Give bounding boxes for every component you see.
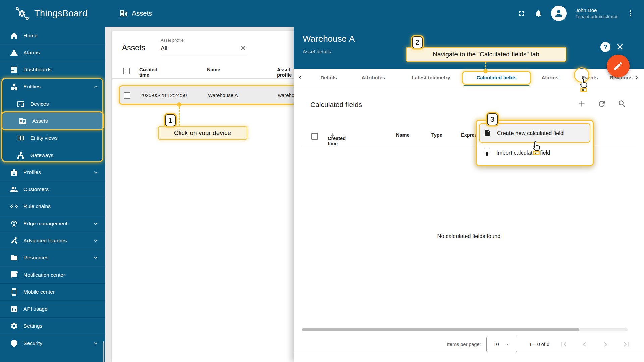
sidebar-item-customers[interactable]: Customers	[0, 181, 105, 198]
sidebar-item-dashboards[interactable]: Dashboards	[0, 61, 105, 78]
select-all-checkbox[interactable]	[123, 68, 130, 74]
sidebar: Home Alarms Dashboards Entities Devices …	[0, 27, 105, 362]
close-drawer-button[interactable]	[615, 42, 625, 52]
tabs-scroll-right-icon[interactable]	[633, 74, 640, 81]
sidebar-scrollbar[interactable]	[103, 341, 104, 362]
sidebar-item-alarms[interactable]: Alarms	[0, 44, 105, 61]
tab-attributes[interactable]: Attributes	[362, 69, 385, 86]
previous-page-icon[interactable]	[580, 340, 589, 349]
page-title: Assets	[132, 10, 152, 17]
horizontal-scrollbar[interactable]	[302, 328, 628, 331]
items-per-page-label: Items per page:	[447, 342, 481, 347]
asset-details-drawer: Warehouse A Asset details ? Details Attr…	[294, 27, 644, 362]
sidebar-item-devices[interactable]: Devices	[0, 95, 105, 112]
tab-calculated-fields[interactable]: Calculated fields	[476, 69, 516, 86]
kebab-menu-icon	[627, 9, 635, 17]
column-created-time[interactable]: Created time	[139, 67, 147, 72]
section-title: Calculated fields	[310, 101, 362, 109]
page-size-value: 10	[493, 342, 499, 347]
chevron-down-icon	[92, 254, 99, 261]
next-page-icon[interactable]	[601, 340, 610, 349]
clear-filter-button[interactable]	[239, 44, 247, 53]
column-created-time[interactable]: Created time	[328, 132, 335, 138]
paginator: Items per page: 10 1 – 0 of 0	[294, 335, 644, 353]
overflow-menu-button[interactable]	[627, 9, 635, 17]
sidebar-item-profiles[interactable]: Profiles	[0, 164, 105, 181]
cell-created-time: 2025-05-28 12:24:50	[140, 92, 187, 98]
plus-icon	[577, 99, 586, 108]
sidebar-item-notification-center[interactable]: Notification center	[0, 266, 105, 283]
chevron-down-icon	[92, 220, 99, 227]
sidebar-item-gateways[interactable]: Gateways	[0, 146, 105, 164]
chevron-up-icon	[92, 83, 99, 90]
tabs-scroll-left-icon[interactable]	[297, 74, 303, 81]
select-all-checkbox[interactable]	[311, 133, 318, 140]
last-page-icon[interactable]	[622, 340, 631, 349]
tutorial-connector-dot-1	[177, 102, 181, 107]
help-button[interactable]: ?	[600, 42, 610, 52]
asset-profile-filter-label: Asset profile	[161, 38, 247, 43]
top-app-bar: ThingsBoard Assets John Doe Tenant admin…	[0, 0, 644, 27]
add-calculated-field-menu: Create new calculated field Import calcu…	[476, 120, 594, 166]
hand-cursor-icon	[530, 139, 542, 155]
devices-icon	[17, 100, 25, 108]
notifications-button[interactable]	[534, 9, 542, 17]
lan-icon	[17, 151, 25, 159]
building-icon	[19, 117, 27, 125]
tutorial-step-2-badge: 2	[412, 36, 423, 48]
phone-icon	[10, 288, 18, 296]
sidebar-item-security[interactable]: Security	[0, 335, 105, 352]
home-icon	[10, 32, 18, 40]
tab-details[interactable]: Details	[320, 69, 337, 86]
tutorial-step-3-badge: 3	[487, 113, 498, 125]
close-icon	[615, 42, 625, 51]
tutorial-connector-dot-2	[483, 69, 488, 73]
search-button[interactable]	[618, 99, 627, 109]
asset-profile-filter-value[interactable]: All	[161, 45, 239, 52]
sidebar-item-home[interactable]: Home	[0, 27, 105, 44]
chart-icon	[10, 305, 18, 313]
sidebar-item-entities[interactable]: Entities	[0, 78, 105, 95]
chevron-down-icon	[92, 169, 99, 176]
add-calculated-field-button[interactable]	[577, 99, 586, 109]
sidebar-item-edge-management[interactable]: Edge management	[0, 215, 105, 232]
sidebar-item-advanced-features[interactable]: Advanced features	[0, 232, 105, 249]
sidebar-item-assets[interactable]: Assets	[2, 112, 103, 129]
row-checkbox[interactable]	[124, 92, 130, 99]
user-avatar[interactable]	[551, 6, 567, 21]
user-role: Tenant administrator	[575, 14, 618, 20]
edit-fab[interactable]	[607, 55, 630, 77]
first-page-icon[interactable]	[559, 340, 568, 349]
sidebar-item-resources[interactable]: Resources	[0, 249, 105, 266]
app-logo[interactable]: ThingsBoard	[0, 6, 105, 21]
column-name[interactable]: Name	[207, 67, 220, 72]
assets-card-title: Assets	[122, 43, 145, 52]
tab-latest-telemetry[interactable]: Latest telemetry	[412, 69, 450, 86]
chevron-down-icon	[92, 237, 99, 244]
fullscreen-button[interactable]	[518, 9, 526, 17]
page-size-select[interactable]: 10	[486, 337, 517, 352]
asset-profile-filter[interactable]: Asset profile All	[161, 38, 247, 55]
sidebar-item-entity-views[interactable]: Entity views	[0, 129, 105, 146]
tab-alarms[interactable]: Alarms	[542, 69, 559, 86]
page-range-text: 1 – 0 of 0	[529, 342, 549, 347]
sidebar-item-rule-chains[interactable]: Rule chains	[0, 198, 105, 215]
assets-table-header: Created time Name Asset profile	[112, 67, 301, 79]
column-type[interactable]: Type	[431, 132, 442, 138]
bell-icon	[534, 9, 542, 17]
sidebar-item-settings[interactable]: Settings	[0, 317, 105, 335]
building-icon	[120, 9, 128, 17]
assets-table-card: Assets Asset profile All Created time Na…	[112, 31, 301, 362]
asset-row-warehouse-a[interactable]: 2025-05-28 12:24:50 Warehouse A warehous…	[119, 85, 301, 105]
refresh-icon	[597, 99, 606, 108]
user-info[interactable]: John Doe Tenant administrator	[575, 7, 618, 20]
active-tab-underline	[464, 85, 529, 86]
horizontal-scrollbar-thumb[interactable]	[302, 328, 579, 331]
refresh-button[interactable]	[597, 99, 606, 109]
gear-icon	[10, 322, 18, 330]
user-name: John Doe	[575, 7, 618, 14]
sidebar-item-api-usage[interactable]: API usage	[0, 300, 105, 317]
cell-name: Warehouse A	[208, 92, 238, 98]
sidebar-item-mobile-center[interactable]: Mobile center	[0, 283, 105, 300]
column-name[interactable]: Name	[396, 132, 410, 138]
